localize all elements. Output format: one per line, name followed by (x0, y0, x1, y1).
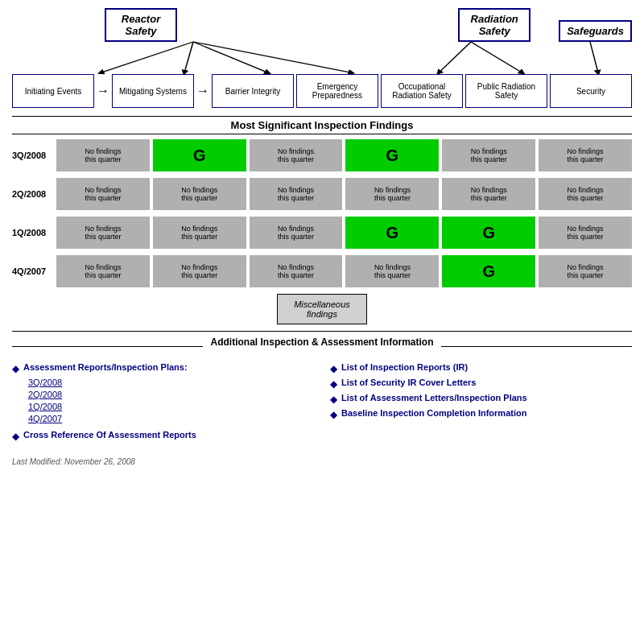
svg-line-2 (193, 42, 268, 72)
findings-row-3q2008: 3Q/2008 No findingsthis quarter G No fin… (12, 139, 632, 171)
finding-1q2008-6: No findingsthis quarter (539, 217, 632, 249)
cross-reference-item: ◆ Cross Reference Of Assessment Reports (12, 430, 314, 442)
finding-4q2007-2: No findingsthis quarter (153, 255, 246, 287)
diamond-icon-3: ◆ (330, 363, 337, 374)
additional-columns: ◆ Assessment Reports/Inspection Plans: 3… (12, 362, 632, 445)
header-diagram: ReactorSafety RadiationSafety Safeguards (12, 8, 632, 108)
baseline-link-item: ◆ Baseline Inspection Completion Informa… (330, 408, 632, 420)
finding-4q2007-1: No findingsthis quarter (56, 255, 150, 287)
finding-2q2008-2: No findingsthis quarter (153, 178, 246, 210)
findings-row-1q2008: 1Q/2008 No findingsthis quarter No findi… (12, 217, 632, 249)
finding-3q2008-1: No findingsthis quarter (56, 139, 150, 171)
finding-1q2008-2: No findingsthis quarter (153, 217, 246, 249)
findings-grid: 3Q/2008 No findingsthis quarter G No fin… (12, 139, 632, 287)
connector-svg (12, 42, 632, 74)
findings-cells-3q2008: No findingsthis quarter G No findingsthi… (56, 139, 632, 171)
quarter-label-3q2008: 3Q/2008 (12, 151, 56, 160)
safeguards-box: Safeguards (559, 20, 632, 42)
quarter-label-2q2008: 2Q/2008 (12, 189, 56, 199)
finding-4q2007-6: No findingsthis quarter (539, 255, 632, 287)
subcategory-public-radiation: Public Radiation Safety (465, 74, 547, 108)
finding-3q2008-4: G (345, 139, 439, 171)
finding-3q2008-6: No findingsthis quarter (539, 139, 632, 171)
diamond-icon-6: ◆ (330, 409, 337, 420)
misc-box-row: Miscellaneousfindings (12, 294, 632, 324)
svg-line-0 (101, 42, 193, 72)
svg-line-6 (590, 42, 598, 72)
link-1q2008[interactable]: 1Q/2008 (28, 402, 314, 411)
svg-line-1 (184, 42, 193, 72)
baseline-link[interactable]: Baseline Inspection Completion Informati… (341, 408, 526, 418)
finding-2q2008-3: No findingsthis quarter (250, 178, 343, 210)
page-container: ReactorSafety RadiationSafety Safeguards (0, 0, 644, 474)
svg-line-4 (439, 42, 471, 72)
ir-link-item: ◆ List of Inspection Reports (IR) (330, 362, 632, 374)
link-2q2008[interactable]: 2Q/2008 (28, 390, 314, 399)
radiation-safety-box: RadiationSafety (458, 8, 530, 42)
diamond-icon-4: ◆ (330, 378, 337, 390)
finding-2q2008-1: No findingsthis quarter (56, 178, 150, 210)
additional-right-col: ◆ List of Inspection Reports (IR) ◆ List… (330, 362, 632, 445)
security-ir-link-item: ◆ List of Security IR Cover Letters (330, 378, 632, 390)
subcategory-row: Initiating Events → Mitigating Systems →… (12, 74, 632, 108)
assessment-reports-heading[interactable]: Assessment Reports/Inspection Plans: (23, 362, 188, 372)
assessment-reports-heading-item: ◆ Assessment Reports/Inspection Plans: (12, 362, 314, 374)
quarter-label-1q2008: 1Q/2008 (12, 228, 56, 237)
svg-line-3 (193, 42, 352, 72)
security-ir-link[interactable]: List of Security IR Cover Letters (341, 378, 477, 387)
finding-1q2008-5: G (442, 217, 535, 249)
svg-line-5 (471, 42, 522, 72)
finding-2q2008-4: No findingsthis quarter (345, 178, 439, 210)
assessment-letters-link-item: ◆ List of Assessment Letters/Inspection … (330, 393, 632, 405)
subcategory-occupational-radiation: Occupational Radiation Safety (381, 74, 463, 108)
findings-cells-2q2008: No findingsthis quarter No findingsthis … (56, 178, 632, 210)
subcategory-barrier-integrity: Barrier Integrity (212, 74, 294, 108)
subcategory-emergency-preparedness: Emergency Preparedness (296, 74, 378, 108)
misc-findings-label: Miscellaneousfindings (294, 299, 350, 319)
last-modified: Last Modified: November 26, 2008 (12, 457, 632, 466)
diamond-icon-5: ◆ (330, 394, 337, 405)
most-significant-title: Most Significant Inspection Findings (12, 116, 632, 134)
finding-3q2008-2: G (153, 139, 246, 171)
finding-1q2008-3: No findingsthis quarter (250, 217, 343, 249)
misc-findings-box[interactable]: Miscellaneousfindings (277, 294, 367, 324)
finding-3q2008-3: No findingsthis quarter (250, 139, 343, 171)
additional-left-col: ◆ Assessment Reports/Inspection Plans: 3… (12, 362, 314, 445)
finding-1q2008-1: No findingsthis quarter (56, 217, 150, 249)
findings-row-4q2007: 4Q/2007 No findingsthis quarter No findi… (12, 255, 632, 287)
findings-cells-1q2008: No findingsthis quarter No findingsthis … (56, 217, 632, 249)
finding-4q2007-4: No findingsthis quarter (345, 255, 439, 287)
finding-4q2007-3: No findingsthis quarter (250, 255, 343, 287)
finding-3q2008-5: No findingsthis quarter (442, 139, 535, 171)
additional-section: Additional Inspection & Assessment Infor… (12, 331, 632, 445)
finding-2q2008-5: No findingsthis quarter (442, 178, 535, 210)
link-4q2007[interactable]: 4Q/2007 (28, 414, 314, 423)
ir-link[interactable]: List of Inspection Reports (IR) (341, 362, 468, 372)
subcategory-mitigating-systems: Mitigating Systems (112, 74, 194, 108)
additional-title: Additional Inspection & Assessment Infor… (203, 336, 442, 348)
assessment-letters-link[interactable]: List of Assessment Letters/Inspection Pl… (341, 393, 527, 402)
arrow-1: → (97, 84, 109, 98)
findings-cells-4q2007: No findingsthis quarter No findingsthis … (56, 255, 632, 287)
diamond-icon-2: ◆ (12, 431, 19, 442)
finding-1q2008-4: G (345, 217, 439, 249)
diamond-icon-1: ◆ (12, 363, 19, 374)
subcategory-security: Security (550, 74, 632, 108)
quarter-label-4q2007: 4Q/2007 (12, 266, 56, 276)
findings-row-2q2008: 2Q/2008 No findingsthis quarter No findi… (12, 178, 632, 210)
reactor-safety-box: ReactorSafety (105, 8, 177, 42)
finding-2q2008-6: No findingsthis quarter (539, 178, 632, 210)
link-3q2008[interactable]: 3Q/2008 (28, 378, 314, 387)
arrow-2: → (196, 84, 209, 98)
subcategory-initiating-events: Initiating Events (12, 74, 94, 108)
cross-reference-link[interactable]: Cross Reference Of Assessment Reports (23, 430, 196, 440)
finding-4q2007-5: G (442, 255, 535, 287)
